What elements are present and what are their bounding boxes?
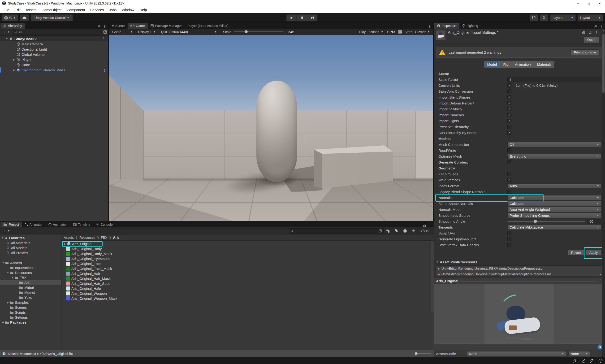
foldout-icon[interactable]: ▼ [6,271,10,274]
mode-tab-animation[interactable]: Animation [512,61,534,68]
asset-aris-original-eyemouth[interactable]: Aris_Original_EyeMouth [62,256,434,261]
folder-scripts[interactable]: Scripts [0,310,61,315]
folder-fbx[interactable]: ▼ FBX [0,275,61,280]
asset-aris-original-hair[interactable]: Aris_Original_Hair [62,271,434,276]
breadcrumb-resources[interactable]: Resources [79,236,95,239]
asset-aris-original[interactable]: ▶Aris_Original [62,241,434,246]
mode-tab-materials[interactable]: Materials [534,61,555,68]
menu-edit[interactable]: Edit [12,7,23,13]
folder-packages[interactable]: ▶ Packages [0,320,61,325]
mode-tab-model[interactable]: Model [484,61,500,68]
gizmos-dropdown[interactable]: Gizmos▼ [415,30,430,34]
cloud-button[interactable] [20,14,29,21]
asset-aris-original-hair-spec[interactable]: Aris_Original_Hair_Spec [62,281,434,286]
inspector-scrollbar-thumb[interactable] [602,34,605,93]
resolution-dropdown[interactable]: QHD (2560x1440)▼ [159,29,219,35]
foldout-icon[interactable]: ▶ [438,273,440,276]
breadcrumb-assets[interactable]: Assets [64,236,74,239]
asset-aris-original-face[interactable]: Aris_Original_Face [62,261,434,266]
menu-assets[interactable]: Assets [23,7,39,13]
menu-component[interactable]: Component [64,7,88,13]
read-write-checkbox[interactable] [507,148,511,153]
preserve-hierarchy-checkbox[interactable] [507,125,511,129]
postprocessor-item[interactable]: ▶UnityEditor.Rendering.Universal.Sketchu… [436,271,602,276]
preview-resize-handle[interactable] [461,280,597,282]
blend-shape-normals-dropdown[interactable]: Calculate▼ [507,201,601,206]
folder-resources[interactable]: ▼ Resources [0,270,61,275]
pause-button[interactable] [296,14,307,21]
inspector-menu-icon[interactable]: ⋮ [595,30,598,35]
presets-icon[interactable] [589,31,592,34]
close-button[interactable]: ✕ [594,0,605,7]
favorite-all-models[interactable]: All Models [0,245,61,250]
hierarchy-item-global-volume[interactable]: Global Volume [0,52,108,57]
account-dropdown[interactable]: G ▼ [2,14,18,21]
assetbundle-variant-dropdown[interactable]: None▼ [568,351,590,356]
menu-file[interactable]: File [1,7,12,13]
import-lights-checkbox[interactable]: ✓ [507,119,511,123]
folder-settings[interactable]: Settings [0,315,61,320]
layout-dropdown[interactable]: Layout ▼ [578,14,603,21]
asset-aris-original-body[interactable]: Aris_Original_Body [62,246,434,251]
menu-gameobject[interactable]: GameObject [39,7,64,13]
undo-history-button[interactable] [530,14,538,21]
foldout-icon[interactable]: ▼ [1,237,4,239]
favorites-star-button[interactable]: ★ [409,227,418,234]
open-button[interactable]: Open [584,37,599,43]
menu-jobs[interactable]: Jobs [106,7,119,13]
foldout-icon[interactable]: ▶ [6,301,10,304]
tab-console[interactable]: Console [93,222,115,227]
lock-icon[interactable] [594,25,597,28]
hierarchy-item-directional-light[interactable]: Directional Light [0,47,108,52]
inspector-tab-menu-icon[interactable]: ⋮ [600,24,603,29]
swap-uvs-checkbox[interactable] [507,231,511,235]
project-create-button[interactable]: ＋▼ [1,228,11,234]
postprocessor-item[interactable]: ▶UnityEditor.Rendering.Universal.FBXMate… [436,266,602,271]
tab-player-input-actions-editor-[interactable]: Player (Input Actions Editor) [185,23,231,29]
open-in-window-icon[interactable] [379,229,382,233]
folder-scenes[interactable]: Scenes [0,305,61,310]
smoothness-source-dropdown[interactable]: Prefer Smoothing Groups▼ [507,213,601,218]
foldout-icon[interactable]: ▼ [5,38,9,40]
scale-slider[interactable] [234,31,283,32]
tab-animation[interactable]: Animation [46,222,70,227]
menu-window[interactable]: Window [119,7,137,13]
folder-momoi[interactable]: Momoi [0,290,61,295]
asset-aris-original-halo[interactable]: Aris_Original_Halo [62,286,434,291]
asset-aris-original-body-mask[interactable]: Aris_Original_Body_Mask [62,251,434,256]
hierarchy-item-environment-narrow-walls[interactable]: ▶ Environment_Narrow_Walls ❯ [0,67,108,73]
foldout-icon[interactable]: ▼ [11,276,14,279]
favorite-all-prefabs[interactable]: All Prefabs [0,250,61,255]
foldout-icon[interactable]: ▶ [1,321,5,324]
lock-icon[interactable] [423,224,426,227]
hierarchy-item-cube[interactable]: Cube [0,62,108,67]
favorite-all-materials[interactable]: All Materials [0,240,61,245]
layers-dropdown[interactable]: Layers ▼ [550,14,576,21]
foldout-icon[interactable]: ▶ [12,69,16,71]
optimize-mesh-dropdown[interactable]: Everything▼ [507,154,601,159]
apply-button[interactable]: Apply [586,250,601,256]
print-to-console-button[interactable]: Print to console [570,49,600,55]
sort-hierarchy-by-name-checkbox[interactable]: ✓ [507,131,511,135]
hierarchy-item-main-camera[interactable]: Main Camera [0,41,108,47]
revert-button[interactable]: Revert [568,250,584,256]
tab-inspector-[interactable]: Inspector* [434,23,459,29]
project-menu-icon[interactable]: ⋮ [428,223,432,227]
version-control-dropdown[interactable]: Unity Version Control ▼ [31,14,73,21]
strict-vertex-data-checks-checkbox[interactable] [507,243,511,247]
vsync-grid-icon[interactable] [398,30,402,34]
project-search-input[interactable] [289,228,384,234]
foldout-icon[interactable]: ▶ [12,58,16,61]
lock-icon[interactable] [98,25,101,28]
asset-aris-original-weapon-mask[interactable]: Aris_Original_Weapon_Mask [62,296,434,301]
asset-aris-original-hair-mask[interactable]: Aris_Original_Hair_Mask [62,276,434,281]
thumbnail-size-slider[interactable] [415,353,431,354]
scroll-down-icon[interactable]: ▼ [600,273,602,276]
hierarchy-item-player[interactable]: ▶ Player [0,57,108,62]
auto-refresh-disabled-icon[interactable] [590,359,594,363]
cache-disabled-icon[interactable] [581,359,586,363]
keep-quads-checkbox[interactable] [507,172,511,176]
folder-aris[interactable]: Aris [0,280,61,285]
normals-dropdown[interactable]: Calculate▼ [507,195,601,200]
play-button[interactable] [286,14,296,21]
